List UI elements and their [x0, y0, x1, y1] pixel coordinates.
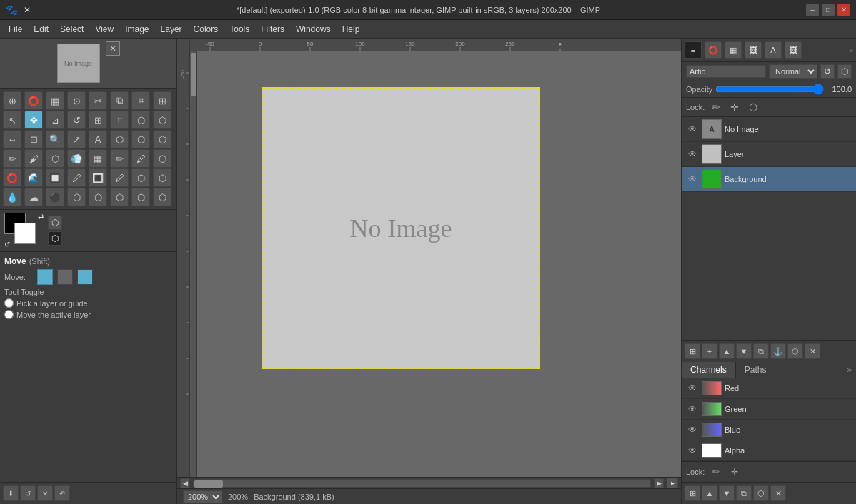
- cp-expand[interactable]: »: [842, 362, 856, 378]
- tool-clone2[interactable]: ▦: [89, 149, 107, 168]
- lock-pixels-btn[interactable]: ✏: [709, 100, 723, 114]
- tool-heal2[interactable]: ✏: [110, 149, 129, 168]
- lock-position-btn[interactable]: ✛: [727, 100, 742, 114]
- horizontal-scroll-thumb[interactable]: [194, 480, 223, 488]
- menu-select[interactable]: Select: [54, 23, 89, 36]
- move-btn-2[interactable]: [57, 269, 73, 285]
- channel-row-blue[interactable]: 👁 Blue: [682, 420, 856, 440]
- duplicate-channel-btn[interactable]: ⧉: [736, 485, 752, 501]
- bottom-btn-1[interactable]: ⬇: [3, 485, 19, 501]
- tool-eraser[interactable]: ⬡: [46, 149, 64, 168]
- tool-cage[interactable]: ⊡: [24, 130, 43, 148]
- tool-select-ellipse[interactable]: ⊙: [67, 91, 86, 110]
- tool-extra9[interactable]: ⬡: [131, 188, 150, 206]
- tool-heal[interactable]: ⌗: [131, 91, 150, 110]
- tool-spot-heal[interactable]: ⊞: [153, 91, 171, 110]
- new-channel-btn[interactable]: ⊞: [685, 485, 700, 501]
- tool-blur[interactable]: ⬡: [153, 149, 171, 168]
- background-color[interactable]: [14, 223, 36, 244]
- canvas-scroll-area[interactable]: No Image: [190, 51, 681, 477]
- channel-visibility-green[interactable]: 👁: [686, 403, 699, 415]
- channel-row-alpha[interactable]: 👁 Alpha: [682, 440, 856, 461]
- anchor-layer-btn[interactable]: ⚓: [770, 343, 786, 359]
- tool-rotate[interactable]: ↺: [67, 111, 86, 129]
- tool-fuzzy-select[interactable]: ⊕: [3, 91, 21, 110]
- new-layer-group-btn[interactable]: ⊞: [685, 343, 700, 359]
- tool-ink[interactable]: ⬡: [153, 130, 171, 148]
- mode-reset-btn[interactable]: ↺: [820, 64, 835, 79]
- tool-extra7[interactable]: ⬡: [89, 188, 107, 206]
- tool-dodge[interactable]: 🌊: [24, 168, 43, 187]
- scroll-left-btn[interactable]: ◀: [180, 478, 190, 488]
- tool-flip[interactable]: ↔: [3, 130, 21, 148]
- merge-layer-btn[interactable]: ⬡: [787, 343, 803, 359]
- tool-align[interactable]: ↖: [3, 111, 21, 129]
- menu-windows[interactable]: Windows: [290, 23, 337, 36]
- tool-extra3[interactable]: 💧: [3, 188, 21, 206]
- raise-channel-btn[interactable]: ▲: [702, 485, 717, 501]
- channels-lock-btn1[interactable]: ✏: [709, 465, 723, 479]
- tool-shear[interactable]: ⌗: [110, 111, 129, 129]
- menu-image[interactable]: Image: [119, 23, 154, 36]
- tool-scissors[interactable]: ✂: [89, 91, 107, 110]
- swap-colors-icon[interactable]: ⇄: [38, 213, 44, 221]
- mode-extra-btn[interactable]: ⬡: [837, 64, 852, 79]
- lower-channel-btn[interactable]: ▼: [719, 485, 735, 501]
- horizontal-scroll-track[interactable]: [193, 479, 651, 488]
- tool-brush[interactable]: 🖌: [24, 149, 43, 168]
- channel-row-green[interactable]: 👁 Green: [682, 399, 856, 420]
- tool-free-select[interactable]: ⭕: [24, 91, 43, 110]
- layer-row-background[interactable]: 👁 Background: [682, 167, 856, 192]
- menu-layer[interactable]: Layer: [155, 23, 188, 36]
- tool-extra1[interactable]: ⬡: [131, 168, 150, 187]
- tool-extra8[interactable]: ⬡: [110, 188, 129, 206]
- tool-preview-close[interactable]: ✕: [106, 41, 120, 56]
- tool-perspective-clone[interactable]: 🖊: [131, 149, 150, 168]
- right-panel-expand[interactable]: »: [849, 46, 853, 54]
- menu-colors[interactable]: Colors: [188, 23, 224, 36]
- mode-input[interactable]: [686, 65, 766, 78]
- layer-row-no-image[interactable]: 👁 A No Image: [682, 117, 856, 142]
- tool-path[interactable]: 🔳: [89, 168, 107, 187]
- color-btn2[interactable]: ⬡: [48, 231, 62, 246]
- menu-help[interactable]: Help: [337, 23, 366, 36]
- color-btn1[interactable]: ⬡: [48, 216, 62, 230]
- move-btn-3[interactable]: [77, 269, 93, 285]
- layer-visibility-background[interactable]: 👁: [686, 173, 699, 186]
- tool-extra2[interactable]: ⬡: [153, 168, 171, 187]
- images-icon-btn[interactable]: 🖼: [785, 41, 802, 59]
- scroll-corner-btn[interactable]: ▸: [667, 478, 678, 489]
- tool-airbrush[interactable]: 💨: [67, 149, 86, 168]
- raise-layer-btn[interactable]: ▲: [719, 343, 735, 359]
- new-layer-btn[interactable]: +: [702, 343, 717, 359]
- move-btn-active[interactable]: [37, 269, 53, 285]
- menu-edit[interactable]: Edit: [28, 23, 54, 36]
- tool-extra6[interactable]: ⬡: [67, 188, 86, 206]
- tool-perspective[interactable]: ⬡: [131, 111, 150, 129]
- tool-pencil[interactable]: ✏: [3, 149, 21, 168]
- channel-visibility-red[interactable]: 👁: [686, 382, 699, 395]
- tool-gradient[interactable]: 🖊: [67, 168, 86, 187]
- vertical-scrollbar[interactable]: [190, 51, 197, 477]
- tool-measure[interactable]: ↗: [67, 130, 86, 148]
- bottom-btn-2[interactable]: ↺: [20, 485, 36, 501]
- menu-view[interactable]: View: [89, 23, 119, 36]
- channel-visibility-blue[interactable]: 👁: [686, 423, 699, 436]
- minimize-button[interactable]: –: [806, 4, 819, 16]
- tool-smudge[interactable]: ⭕: [3, 168, 21, 187]
- bottom-btn-3[interactable]: ✕: [37, 485, 53, 501]
- tool-fill[interactable]: 🔲: [46, 168, 64, 187]
- tab-paths[interactable]: Paths: [736, 362, 776, 378]
- menu-filters[interactable]: Filters: [255, 23, 290, 36]
- tool-extra5[interactable]: ⚫: [46, 188, 64, 206]
- menu-file[interactable]: File: [3, 23, 28, 36]
- channel-visibility-alpha[interactable]: 👁: [686, 444, 699, 457]
- brushes-icon-btn[interactable]: ⭕: [705, 41, 722, 59]
- patterns-icon-btn[interactable]: ▦: [725, 41, 742, 59]
- delete-layer-btn[interactable]: ✕: [805, 343, 820, 359]
- channels-lock-btn2[interactable]: ✛: [727, 465, 742, 479]
- canvas-image[interactable]: No Image: [262, 87, 540, 369]
- tool-clone[interactable]: ⧉: [110, 91, 129, 110]
- lock-alpha-btn[interactable]: ⬡: [746, 100, 760, 114]
- fonts-icon-btn[interactable]: A: [765, 41, 782, 59]
